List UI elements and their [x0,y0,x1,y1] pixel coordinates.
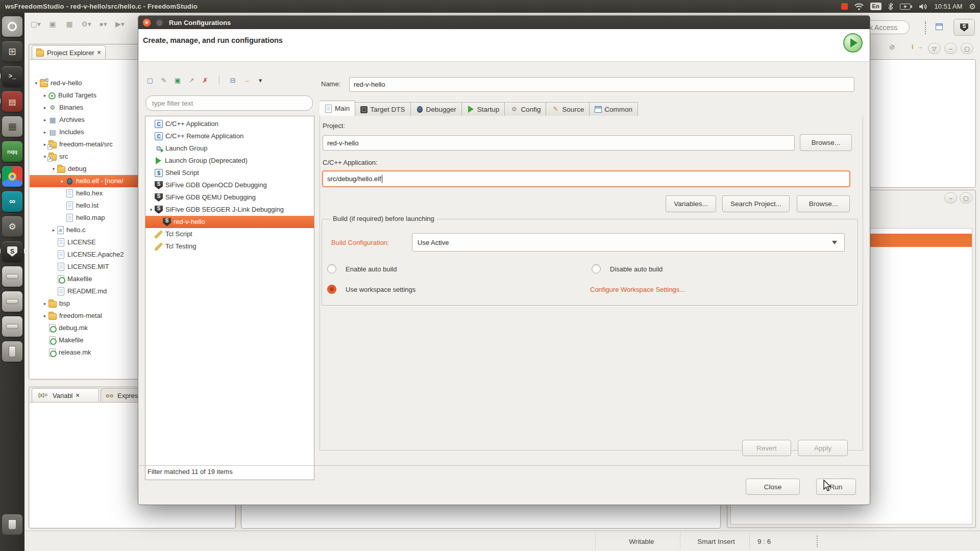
close-tab-icon[interactable]: × [97,49,101,56]
dock-file-cabinet[interactable]: ▤ [2,91,22,112]
debug-icon[interactable]: ●▾ [97,17,109,31]
duplicate-launch-configuration-icon[interactable]: ✎ [159,75,169,85]
configuration-item[interactable]: C/C++ Application [145,118,314,130]
wifi-icon[interactable] [854,3,864,10]
dock-chromium[interactable] [2,166,22,187]
application-input[interactable]: src/debug/hello.elf [323,171,850,187]
project-input[interactable]: red-v-hello [323,135,795,151]
expander-icon[interactable]: ▾ [33,77,40,89]
filter-input[interactable]: type filter text [145,95,313,111]
quick-access-input[interactable]: k Access [864,20,910,34]
sifive-perspective-button[interactable] [953,19,975,36]
session-gear-icon[interactable]: ⚙ [969,3,976,10]
expander-icon[interactable]: ▸ [41,126,48,138]
new-launch-configuration-icon[interactable]: ▢ [145,75,155,85]
close-window-icon[interactable]: × [142,18,151,27]
battery-icon[interactable] [900,4,912,10]
dock-freedomstudio[interactable]: S [2,241,22,262]
name-input[interactable]: red-v-hello [349,77,854,92]
build-configuration-select[interactable]: Use Active [412,233,845,252]
dialog-tab[interactable]: Common [590,102,638,116]
toolbar-separator[interactable] [214,75,224,85]
variables-button[interactable]: Variables... [666,195,716,212]
apply-button[interactable]: Apply [798,440,848,456]
keyboard-layout-indicator[interactable]: En [870,3,881,10]
statusbar-drag-handle[interactable] [817,536,818,547]
dock-ubuntu[interactable] [2,16,22,37]
expander-icon[interactable]: ▸ [41,102,48,114]
skip-all-breakpoints-icon[interactable]: ⊘ [889,43,895,51]
expander-icon[interactable]: ▾ [50,163,57,175]
dialog-tab[interactable]: Main [320,101,355,116]
dock-disk-3[interactable] [2,316,22,337]
open-perspective-icon[interactable] [936,23,943,32]
configuration-item[interactable]: Tcl Testing [145,240,314,253]
menu-dropdown-icon[interactable]: ▾ [255,75,265,85]
filter-launch-configurations-icon[interactable]: → [241,75,252,85]
dialog-tab[interactable]: Startup [462,102,505,116]
run-circle-button[interactable] [843,33,863,53]
expander-icon[interactable]: ▸ [41,89,48,102]
maximize-view-button[interactable]: ▢ [961,43,973,54]
revert-button[interactable]: Revert [742,440,791,456]
browse-application-button[interactable]: Browse... [797,195,850,212]
instruction-stepping-icon[interactable]: i→ [912,43,923,51]
dialog-tab[interactable]: Source [546,102,590,116]
dock-tools[interactable]: ⚙ [2,216,22,237]
build-icon[interactable]: ⚙▾ [80,17,92,31]
configuration-item[interactable]: SiFive GDB OpenOCD Debugging [145,179,314,191]
dock-calculator[interactable]: ▦ [2,116,22,137]
configuration-item[interactable]: red-v-hello [145,216,314,228]
minimize-terminal-button[interactable]: – [944,192,957,204]
dialog-titlebar[interactable]: × ▢ Run Configurations [138,16,870,29]
use-workspace-settings-radio[interactable] [327,285,336,294]
dialog-tab[interactable]: Config [505,102,546,116]
run-icon[interactable]: ▶▾ [114,17,126,31]
collapse-all-icon[interactable]: ⊟ [228,75,238,85]
trash-icon[interactable] [2,514,22,535]
dock-disk-2[interactable] [2,291,22,312]
export-launch-configurations-icon[interactable]: ↗ [186,75,197,85]
save-all-icon[interactable]: ▦ [63,17,76,31]
delete-launch-configuration-icon[interactable]: ✗ [200,75,210,85]
maximize-window-icon[interactable]: ▢ [155,18,164,27]
expander-icon[interactable]: ▾ [148,204,155,216]
clock[interactable]: 10:51 AM [935,3,963,10]
dialog-tab[interactable]: Debugger [411,102,462,116]
expander-icon[interactable]: ▸ [59,175,66,187]
configure-workspace-settings-link[interactable]: Configure Workspace Settings... [590,286,685,293]
volume-icon[interactable] [919,3,928,10]
configuration-item[interactable]: Launch Group [145,142,314,155]
expander-icon[interactable]: ▸ [50,224,57,236]
dialog-tab[interactable]: Target DTS [355,102,410,116]
bluetooth-icon[interactable] [888,3,893,10]
browse-project-button[interactable]: Browse... [800,134,852,151]
minimize-view-button[interactable]: – [944,43,957,54]
tab-project-explorer[interactable]: Project Explorer × [32,45,106,59]
configuration-item[interactable]: Tcl Script [145,228,314,240]
configuration-item[interactable]: SiFive GDB QEMU Debugging [145,191,314,204]
close-tab-icon[interactable]: × [76,392,80,399]
configuration-item[interactable]: Shell Script [145,167,314,179]
new-prototype-icon[interactable]: ▣ [173,75,183,85]
disable-auto-build-radio[interactable] [592,264,601,273]
tab-variables[interactable]: (x)= Variabl × [32,388,99,402]
recording-indicator-icon[interactable] [841,3,848,10]
toolbar-drag-handle[interactable] [925,21,926,34]
expander-icon[interactable]: ▸ [41,114,48,126]
dock-workspace-switcher[interactable]: ⊞ [2,41,22,62]
dock-terminal[interactable]: >_ [2,66,22,87]
new-wizard-icon[interactable]: ▢▾ [30,17,42,31]
dock-usb-drive[interactable] [2,341,22,362]
enable-auto-build-radio[interactable] [327,264,336,273]
dock-arduino[interactable]: ∞ [2,191,22,212]
run-button[interactable]: Run [816,479,856,495]
configuration-item[interactable]: C/C++ Remote Application [145,130,314,142]
view-menu-button[interactable]: ▽ [928,43,941,54]
maximize-terminal-button[interactable]: ▢ [960,192,972,204]
expander-icon[interactable]: ▸ [41,297,48,310]
configuration-item[interactable]: ▾ SiFive GDB SEGGER J-Link Debugging [145,204,314,216]
expander-icon[interactable]: ▸ [41,310,48,322]
save-icon[interactable]: ▣ [46,17,59,31]
dock-disk-1[interactable] [2,266,22,287]
